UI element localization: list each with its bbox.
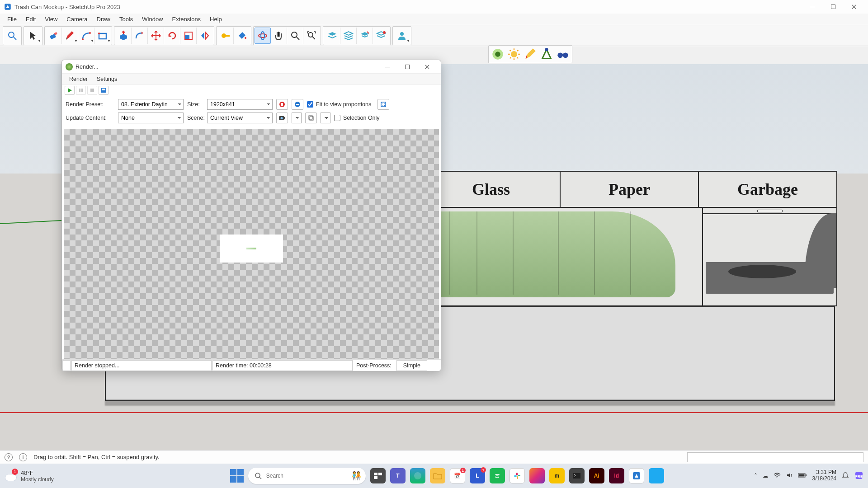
dialog-menu-settings[interactable]: Settings <box>92 75 122 83</box>
camera-icon[interactable] <box>276 113 288 123</box>
expand-icon[interactable] <box>377 99 389 110</box>
info-icon[interactable]: i <box>19 453 27 461</box>
svg-point-6 <box>82 38 84 40</box>
recycling-drum <box>422 211 675 297</box>
svg-rect-2 <box>831 5 835 9</box>
render-play-button[interactable] <box>65 86 75 95</box>
pan-tool-icon[interactable] <box>271 28 287 44</box>
taskbar-app-taskview[interactable] <box>370 468 386 483</box>
aspect-free-icon[interactable] <box>292 99 303 110</box>
vertex-icon[interactable] <box>538 47 555 62</box>
start-button[interactable] <box>230 469 244 483</box>
taskbar-app-slack[interactable] <box>509 468 525 483</box>
taskbar-app-miro[interactable]: m <box>549 468 565 483</box>
sun-icon[interactable] <box>506 47 522 62</box>
camera-select[interactable] <box>292 113 302 123</box>
dialog-maximize-button[interactable] <box>397 60 417 74</box>
render-save-button[interactable] <box>99 86 108 95</box>
update-content-select[interactable]: None <box>118 113 184 123</box>
menu-edit[interactable]: Edit <box>21 14 40 24</box>
taskbar-app-indesign[interactable]: Id <box>609 468 624 483</box>
taskbar-app-spotify[interactable] <box>490 468 505 483</box>
pencil-tool-icon[interactable]: ▾ <box>62 28 78 44</box>
dialog-title-bar[interactable]: Render... <box>62 60 441 74</box>
menu-draw[interactable]: Draw <box>92 14 115 24</box>
move-tool-icon[interactable] <box>148 28 164 44</box>
copy-select[interactable] <box>321 113 330 123</box>
menu-extensions[interactable]: Extensions <box>168 14 206 24</box>
tape-measure-tool-icon[interactable] <box>217 28 234 44</box>
scenes-tool-icon[interactable] <box>373 28 389 44</box>
taskbar-app-loop[interactable]: L1 <box>470 468 485 483</box>
menu-tools[interactable]: Tools <box>115 14 137 24</box>
menu-file[interactable]: File <box>3 14 21 24</box>
taskbar-weather[interactable]: 1 48°F Mostly cloudy <box>5 469 140 483</box>
scale-tool-icon[interactable] <box>180 28 197 44</box>
label-garbage: Garbage <box>699 172 836 207</box>
taskbar-app-teams[interactable]: T <box>390 468 406 483</box>
measurements-input[interactable] <box>687 452 863 462</box>
binoculars-icon[interactable] <box>555 47 571 62</box>
dialog-minimize-button[interactable] <box>377 60 397 74</box>
follow-me-tool-icon[interactable] <box>132 28 148 44</box>
render-stop-button[interactable] <box>87 86 97 95</box>
taskbar-app-generic[interactable] <box>649 468 664 483</box>
close-button[interactable] <box>844 0 864 14</box>
taskbar-app-instagram[interactable] <box>529 468 545 483</box>
scene-select[interactable]: Current View <box>207 113 273 123</box>
taskbar-app-calendar[interactable]: 📅1 <box>450 468 465 483</box>
materials-tool-icon[interactable] <box>357 28 373 44</box>
menu-camera[interactable]: Camera <box>62 14 92 24</box>
taskbar-app-terminal[interactable] <box>569 468 585 483</box>
maximize-button[interactable] <box>823 0 844 14</box>
paint-bucket-tool-icon[interactable] <box>234 28 250 44</box>
render-preset-select[interactable]: 08. Exterior Daytin <box>118 99 184 110</box>
taskbar-clock[interactable]: 3:31 PM 3/18/2024 <box>812 469 836 482</box>
push-pull-tool-icon[interactable] <box>115 28 132 44</box>
selection-only-checkbox[interactable]: Selection Only <box>334 115 380 121</box>
tray-copilot-icon[interactable]: PRE <box>854 471 863 481</box>
arc-tool-icon[interactable]: ▾ <box>78 28 94 44</box>
orbit-tool-icon[interactable] <box>255 28 271 44</box>
render-preview[interactable] <box>64 129 439 359</box>
flip-tool-icon[interactable] <box>197 28 213 44</box>
aspect-lock-icon[interactable] <box>276 99 288 110</box>
taskbar-app-illustrator[interactable]: Ai <box>589 468 604 483</box>
zoom-tool-icon[interactable] <box>287 28 303 44</box>
taskbar-app-edge[interactable] <box>410 468 425 483</box>
taskbar-search[interactable]: Search 🧑‍🤝‍🧑 <box>248 468 366 484</box>
profile-tool-icon[interactable]: ▾ <box>394 28 410 44</box>
rectangle-tool-icon[interactable]: ▾ <box>94 28 111 44</box>
menu-window[interactable]: Window <box>137 14 167 24</box>
taskbar-app-explorer[interactable] <box>430 468 445 483</box>
help-icon[interactable]: ? <box>5 453 13 461</box>
tray-battery-icon[interactable] <box>798 473 807 479</box>
minimize-button[interactable] <box>802 0 823 14</box>
eraser-tool-icon[interactable] <box>46 28 62 44</box>
rotate-tool-icon[interactable] <box>164 28 180 44</box>
layers-tool-icon[interactable] <box>324 28 340 44</box>
render-pause-button[interactable] <box>76 86 86 95</box>
size-select[interactable]: 1920x841 <box>207 99 273 110</box>
edit-pencil-icon[interactable] <box>522 47 538 62</box>
tray-wifi-icon[interactable] <box>774 473 781 479</box>
svg-point-15 <box>259 34 267 38</box>
menu-help[interactable]: Help <box>205 14 226 24</box>
render-app-icon <box>66 63 73 70</box>
tray-notifications-icon[interactable] <box>842 472 849 480</box>
tray-chevron-icon[interactable]: ˄ <box>754 472 757 479</box>
copy-icon[interactable] <box>305 113 317 123</box>
menu-view[interactable]: View <box>40 14 62 24</box>
fit-proportions-checkbox[interactable]: Fit to view proportions <box>307 101 371 108</box>
tray-volume-icon[interactable] <box>786 472 793 480</box>
taskbar-app-sketchup[interactable] <box>629 468 644 483</box>
search-tool-icon[interactable] <box>4 28 20 44</box>
render-start-icon[interactable] <box>490 47 506 62</box>
dialog-close-button[interactable] <box>417 60 437 74</box>
dialog-menu-render[interactable]: Render <box>65 75 92 83</box>
zoom-extents-tool-icon[interactable] <box>303 28 320 44</box>
tray-onedrive-icon[interactable]: ☁ <box>763 473 768 479</box>
post-process-value[interactable]: Simple <box>396 360 427 371</box>
outliner-tool-icon[interactable] <box>340 28 357 44</box>
select-tool-icon[interactable]: ▾ <box>25 28 41 44</box>
